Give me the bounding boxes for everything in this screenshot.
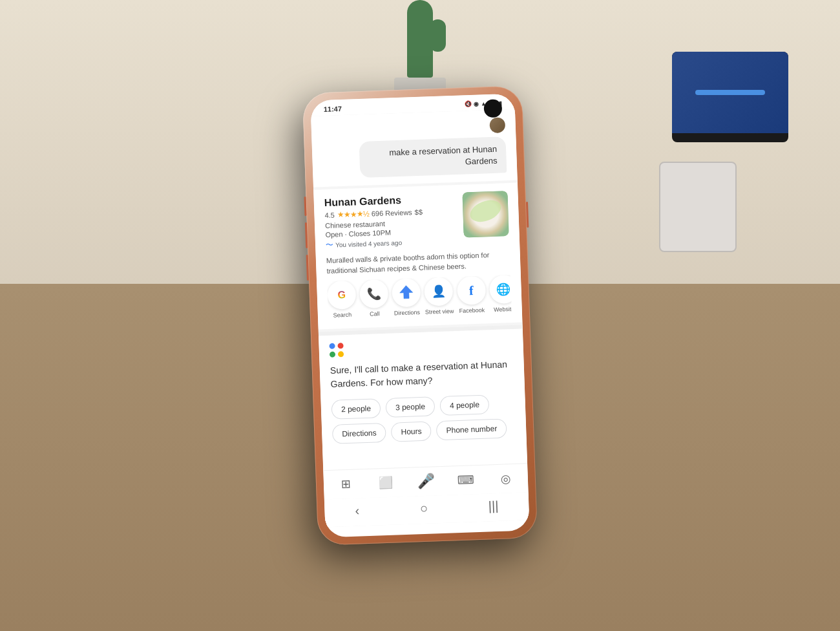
- back-button[interactable]: ‹: [355, 503, 359, 518]
- keyboard-icon[interactable]: ⌨: [456, 471, 475, 489]
- action-buttons-row: G Search 📞 Call: [327, 275, 512, 321]
- user-avatar: [489, 117, 505, 133]
- assistant-response: Sure, I'll call to make a reservation at…: [330, 358, 514, 391]
- place-description: Muralled walls & private booths adorn th…: [326, 250, 510, 276]
- website-action-btn[interactable]: 🌐 Website: [488, 275, 512, 313]
- visited-text: You visited 4 years ago: [335, 239, 402, 249]
- chip-4-people[interactable]: 4 people: [439, 395, 489, 416]
- directions-action-btn[interactable]: Directions: [392, 278, 421, 317]
- user-message-bubble: make a reservation at Hunan Gardens: [359, 136, 507, 178]
- search-action-btn[interactable]: G Search: [327, 281, 357, 319]
- place-card: Hunan Gardens 4.5 ★★★★½ 696 Reviews $$ C…: [313, 183, 522, 330]
- stars: ★★★★½: [337, 209, 369, 220]
- streetview-icon: 👤: [424, 277, 454, 306]
- streetview-btn-label: Street view: [425, 308, 454, 316]
- price-level: $$: [415, 208, 423, 216]
- bixby-button: [306, 255, 309, 281]
- assistant-header: [329, 337, 513, 358]
- screen-content: make a reservation at Hunan Gardens Huna…: [311, 109, 529, 528]
- place-header: Hunan Gardens 4.5 ★★★★½ 696 Reviews $$ C…: [324, 191, 510, 251]
- volume-down-button: [305, 222, 308, 248]
- directions-icon: [392, 278, 421, 308]
- website-btn-label: Website: [494, 306, 512, 313]
- mute-icon: 🔇: [465, 101, 472, 107]
- lens-icon[interactable]: ⬜: [377, 474, 395, 493]
- recents-button[interactable]: |||: [488, 498, 498, 514]
- chip-2-people[interactable]: 2 people: [331, 398, 381, 420]
- background-device: [659, 162, 737, 252]
- chip-directions[interactable]: Directions: [332, 423, 386, 444]
- phone-screen: 11:47 🔇 ◉ ▲ ▐▐ ▮ make a reservation at H…: [310, 94, 529, 538]
- food-photo: [462, 191, 509, 238]
- facebook-action-btn[interactable]: f Facebook: [456, 276, 486, 315]
- call-action-btn[interactable]: 📞 Call: [359, 279, 389, 318]
- call-btn-label: Call: [370, 310, 380, 317]
- chip-phone-number[interactable]: Phone number: [436, 419, 507, 441]
- streetview-action-btn[interactable]: 👤 Street view: [424, 277, 454, 316]
- location-icon: ◉: [474, 101, 479, 107]
- website-icon: 🌐: [488, 275, 512, 304]
- drawer-icon[interactable]: ⊞: [337, 475, 355, 494]
- chip-hours[interactable]: Hours: [391, 422, 432, 442]
- volume-up-button: [304, 197, 306, 216]
- search-icon: G: [327, 281, 357, 310]
- assistant-area: Sure, I'll call to make a reservation at…: [319, 329, 527, 471]
- microphone-icon[interactable]: 🎤: [416, 472, 435, 491]
- suggestion-chips-row1: 2 people 3 people 4 people: [331, 394, 515, 420]
- place-image: [462, 191, 509, 238]
- facebook-btn-label: Facebook: [459, 307, 485, 314]
- call-icon: 📞: [359, 279, 389, 309]
- suggestion-chips-row2: Directions Hours Phone number: [332, 418, 516, 444]
- google-assistant-icon: [329, 343, 344, 358]
- phone-device: 11:47 🔇 ◉ ▲ ▐▐ ▮ make a reservation at H…: [302, 85, 538, 545]
- directions-btn-label: Directions: [394, 309, 420, 316]
- home-button[interactable]: ○: [420, 501, 428, 516]
- message-area: make a reservation at Hunan Gardens: [311, 109, 518, 187]
- visited-icon: 〜: [326, 240, 334, 251]
- background-monitor: [672, 52, 788, 142]
- chip-3-people[interactable]: 3 people: [385, 396, 435, 418]
- compass-icon[interactable]: ◎: [496, 469, 515, 488]
- rating-value: 4.5: [324, 211, 335, 220]
- facebook-icon: f: [456, 276, 486, 306]
- status-time: 11:47: [324, 105, 342, 113]
- review-count: 696 Reviews: [372, 209, 412, 218]
- search-btn-label: Search: [333, 312, 352, 319]
- place-info: Hunan Gardens 4.5 ★★★★½ 696 Reviews $$ C…: [324, 193, 458, 251]
